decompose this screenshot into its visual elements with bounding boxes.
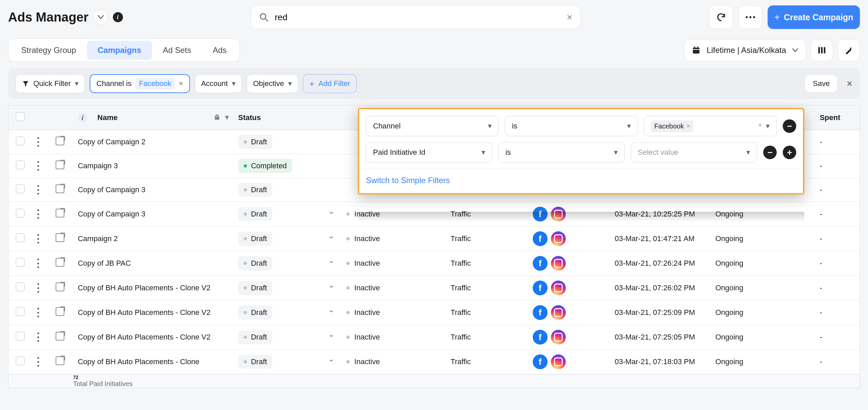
quick-filter-button[interactable]: Quick Filter ▾ bbox=[16, 74, 85, 93]
filter-objective[interactable]: Objective▾ bbox=[247, 74, 298, 93]
cell-name: Copy of BH Auto Placements - Clone bbox=[78, 357, 199, 366]
row-actions-menu[interactable] bbox=[37, 137, 39, 147]
title-dropdown[interactable] bbox=[93, 10, 108, 25]
remove-condition-button[interactable]: − bbox=[763, 146, 777, 159]
refresh-button[interactable] bbox=[709, 5, 733, 29]
cell-duration: Ongoing bbox=[715, 259, 743, 267]
open-detail-icon[interactable] bbox=[56, 137, 64, 145]
columns-button[interactable] bbox=[811, 39, 833, 61]
filter-operator-select[interactable]: is▾ bbox=[505, 116, 638, 136]
open-detail-icon[interactable] bbox=[56, 184, 64, 193]
row-checkbox[interactable] bbox=[16, 332, 25, 341]
tab-campaigns[interactable]: Campaigns bbox=[87, 41, 152, 60]
chevron-down-icon[interactable]: ⌄ bbox=[328, 281, 334, 290]
chevron-down-icon[interactable]: ⌄ bbox=[328, 256, 334, 265]
row-checkbox[interactable] bbox=[16, 307, 25, 316]
open-detail-icon[interactable] bbox=[56, 160, 64, 169]
filter-condition-row: Paid Initiative Id▾ is▾ Select value▾ − … bbox=[366, 142, 796, 163]
cell-spent: - bbox=[820, 162, 822, 170]
filter-field-select[interactable]: Channel▾ bbox=[366, 116, 499, 136]
magic-button[interactable] bbox=[838, 39, 860, 61]
row-checkbox[interactable] bbox=[16, 209, 25, 217]
tab-ad-sets[interactable]: Ad Sets bbox=[152, 41, 202, 60]
tab-ads[interactable]: Ads bbox=[202, 41, 237, 60]
column-header-status[interactable]: Status bbox=[238, 113, 261, 122]
filter-account[interactable]: Account▾ bbox=[195, 74, 242, 93]
chevron-down-icon[interactable]: ⌄ bbox=[328, 305, 334, 314]
search-input-wrap: × bbox=[251, 5, 581, 29]
row-actions-menu[interactable] bbox=[37, 308, 39, 317]
close-filters-icon[interactable]: × bbox=[846, 78, 852, 89]
chevron-down-icon: ▾ bbox=[482, 148, 485, 157]
select-all-checkbox[interactable] bbox=[16, 112, 25, 121]
svg-point-0 bbox=[260, 14, 266, 19]
row-actions-menu[interactable] bbox=[37, 185, 39, 195]
row-checkbox[interactable] bbox=[16, 184, 25, 193]
advanced-filter-popover: Channel▾ is▾ Facebook× ×▾ − Paid Initiat… bbox=[358, 108, 804, 195]
create-campaign-button[interactable]: +Create Campaign bbox=[768, 5, 860, 29]
filter-operator-select[interactable]: is▾ bbox=[498, 142, 625, 163]
lock-icon[interactable]: 🔒︎ bbox=[214, 114, 220, 121]
remove-chip-icon[interactable]: × bbox=[687, 123, 690, 130]
cell-channels: f bbox=[533, 354, 605, 369]
row-actions-menu[interactable] bbox=[37, 332, 39, 342]
search-input[interactable] bbox=[275, 12, 566, 23]
tab-strategy-group[interactable]: Strategy Group bbox=[10, 41, 87, 60]
clear-search-icon[interactable]: × bbox=[567, 11, 573, 23]
more-button[interactable] bbox=[739, 5, 762, 29]
chevron-down-icon: ▾ bbox=[288, 79, 292, 88]
date-range-picker[interactable]: Lifetime | Asia/Kolkata bbox=[684, 39, 806, 61]
filter-value-select[interactable]: Select value▾ bbox=[631, 142, 757, 163]
row-actions-menu[interactable] bbox=[37, 234, 39, 243]
remove-filter-icon[interactable]: × bbox=[179, 79, 183, 88]
info-icon[interactable]: i bbox=[113, 12, 123, 22]
instagram-icon bbox=[551, 354, 566, 369]
row-actions-menu[interactable] bbox=[37, 357, 39, 367]
instagram-icon bbox=[551, 281, 566, 295]
row-actions-menu[interactable] bbox=[37, 209, 39, 219]
cell-channels: f bbox=[533, 207, 605, 222]
row-checkbox[interactable] bbox=[16, 160, 25, 169]
row-checkbox[interactable] bbox=[16, 356, 25, 365]
switch-simple-filters-link[interactable]: Switch to Simple Filters bbox=[366, 176, 450, 185]
chevron-down-icon[interactable]: ⌄ bbox=[328, 232, 334, 240]
open-detail-icon[interactable] bbox=[56, 356, 64, 365]
filter-value-select[interactable]: Facebook× ×▾ bbox=[644, 116, 777, 136]
table-row: Copy of BH Auto Placements - Clone V2 Dr… bbox=[8, 276, 860, 300]
po-status: Inactive bbox=[354, 234, 380, 243]
filter-field-label: Paid Initiative Id bbox=[373, 148, 425, 157]
add-filter-button[interactable]: +Add Filter bbox=[303, 74, 356, 93]
column-header-name[interactable]: Name bbox=[97, 113, 118, 122]
row-checkbox[interactable] bbox=[16, 258, 25, 267]
open-detail-icon[interactable] bbox=[56, 233, 64, 242]
filter-field-select[interactable]: Paid Initiative Id▾ bbox=[366, 142, 492, 163]
open-detail-icon[interactable] bbox=[56, 209, 64, 217]
facebook-icon: f bbox=[533, 207, 548, 222]
filter-chip-channel[interactable]: Channel is Facebook × bbox=[90, 74, 190, 93]
info-icon[interactable]: i bbox=[78, 113, 87, 122]
open-detail-icon[interactable] bbox=[56, 283, 64, 291]
cell-channels: f bbox=[533, 305, 605, 320]
search-icon bbox=[259, 12, 269, 22]
page-title: Ads Manager bbox=[8, 10, 89, 25]
cell-channels: f bbox=[533, 330, 605, 345]
clear-value-icon[interactable]: × bbox=[758, 122, 762, 130]
sort-icon[interactable]: ▾ bbox=[225, 113, 229, 122]
row-actions-menu[interactable] bbox=[37, 259, 39, 268]
filter-value-chip: Facebook× bbox=[651, 120, 693, 132]
row-checkbox[interactable] bbox=[16, 283, 25, 291]
open-detail-icon[interactable] bbox=[56, 332, 64, 341]
save-filters-button[interactable]: Save bbox=[805, 75, 837, 92]
chevron-down-icon[interactable]: ⌄ bbox=[328, 330, 334, 339]
row-actions-menu[interactable] bbox=[37, 283, 39, 293]
row-checkbox[interactable] bbox=[16, 137, 25, 145]
row-actions-menu[interactable] bbox=[37, 161, 39, 171]
column-header-spent[interactable]: Spent bbox=[820, 113, 840, 122]
open-detail-icon[interactable] bbox=[56, 307, 64, 316]
add-condition-button[interactable]: + bbox=[783, 146, 796, 159]
chevron-down-icon[interactable]: ⌄ bbox=[328, 207, 334, 216]
row-checkbox[interactable] bbox=[16, 233, 25, 242]
remove-condition-button[interactable]: − bbox=[783, 119, 796, 133]
open-detail-icon[interactable] bbox=[56, 258, 64, 267]
chevron-down-icon[interactable]: ⌄ bbox=[328, 355, 334, 363]
